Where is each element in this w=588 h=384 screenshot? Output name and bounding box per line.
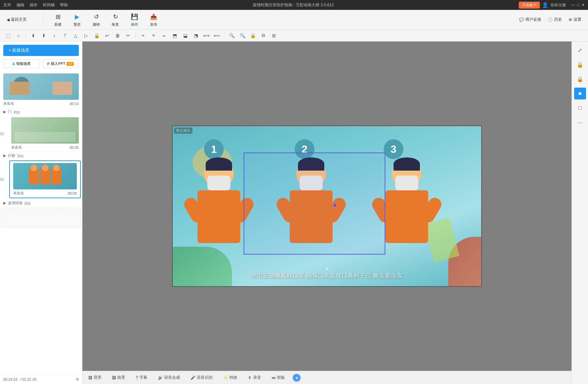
zoom-in-tool[interactable]: 🔍 bbox=[227, 31, 236, 40]
play-icon-3: ▶ bbox=[3, 201, 6, 205]
back-home-button[interactable]: ◀ 返回主页 bbox=[7, 17, 27, 22]
tts-icon: 🔊 bbox=[158, 375, 163, 380]
right-panel: ⤢ 🔒 🔒 ■ □ ⋯ bbox=[572, 41, 588, 384]
align-down-tool[interactable]: ⬇ bbox=[29, 31, 38, 40]
back-icon: ◀ bbox=[7, 17, 10, 22]
scene-item-1[interactable]: 未命名 00:10 bbox=[0, 71, 82, 108]
align-center-tool[interactable]: ⫩ bbox=[149, 31, 158, 40]
scene-transition-2: ▶ 行驶 1(s) bbox=[0, 152, 82, 159]
more-right-button[interactable]: ⋯ bbox=[574, 117, 586, 128]
figure-number-1: 1 bbox=[204, 139, 224, 159]
user-icon: 👤 bbox=[542, 2, 548, 8]
zoom-out-tool[interactable]: 🔍 bbox=[238, 31, 247, 40]
subtitle-button[interactable]: T 字幕 bbox=[133, 373, 150, 382]
home-tool[interactable]: ⌂ bbox=[14, 31, 23, 40]
menu-operate[interactable]: 操作 bbox=[30, 2, 38, 8]
align-bottom-tool[interactable]: ⬔ bbox=[191, 31, 200, 40]
white-button[interactable]: □ bbox=[574, 102, 586, 114]
record-button[interactable]: 🎙 录音 bbox=[245, 373, 264, 382]
app-title: 疫情时期日常防护指南 - 万彩动画大师 3.0.612 bbox=[253, 2, 334, 8]
scene-thumbnail-1 bbox=[3, 73, 79, 100]
feedback-icon: 💬 bbox=[519, 17, 524, 22]
copy-tool[interactable]: ⧉ bbox=[259, 31, 268, 40]
settings-button[interactable]: ⚙ 设置 bbox=[569, 17, 581, 22]
align-top-tool[interactable]: ⬒ bbox=[170, 31, 179, 40]
mode-toggle[interactable]: ● bbox=[293, 374, 301, 382]
current-time-display: 00:24.53 / 01:22.19 ⧉ bbox=[0, 374, 82, 384]
smart-scene-button[interactable]: A 智能场景 bbox=[3, 59, 40, 68]
scene-duration-2: 00:05 bbox=[70, 146, 79, 150]
align-tool4[interactable]: △ bbox=[71, 31, 80, 40]
chong-button[interactable]: ⏮ 崇版 bbox=[269, 373, 287, 382]
selection-handle[interactable] bbox=[334, 204, 336, 206]
fg-button[interactable]: 🖼 前景 bbox=[109, 373, 128, 382]
bg-button[interactable]: 🖼 背景 bbox=[86, 373, 104, 382]
menu-timeline[interactable]: 时间轴 bbox=[43, 2, 55, 8]
preview-icon: ▶ bbox=[73, 12, 82, 21]
undo-label: 撤销 bbox=[93, 22, 100, 27]
redo-button[interactable]: ↻ 恢复 bbox=[111, 12, 120, 27]
scene-number-2: 02 bbox=[0, 132, 8, 136]
feedback-button[interactable]: 💬 用户反馈 bbox=[519, 17, 541, 22]
lock-tool[interactable]: 🔒 bbox=[92, 31, 101, 40]
align-vcenter-tool[interactable]: ⬓ bbox=[181, 31, 190, 40]
main-layout: + 新建场景 A 智能场景 P 插入PPT VIP bbox=[0, 41, 588, 384]
tts-button[interactable]: 🔊 语音合成 bbox=[155, 373, 183, 382]
insert-ppt-button[interactable]: P 插入PPT VIP bbox=[43, 59, 79, 68]
lock-button-1[interactable]: 🔒 bbox=[574, 59, 586, 70]
align-left-tool[interactable]: ⫧ bbox=[138, 31, 148, 40]
back-label: 返回主页 bbox=[11, 17, 27, 22]
scene-meta-1: 未命名 00:10 bbox=[3, 101, 79, 106]
asr-button[interactable]: 🎤 语音识别 bbox=[188, 373, 215, 382]
align-tool3[interactable]: ⊤ bbox=[60, 31, 70, 40]
canvas-corner-label: 禁止镜头 bbox=[174, 127, 192, 134]
preview-button[interactable]: ▶ 预览 bbox=[73, 12, 82, 27]
canvas-subtitle: 外出正确佩戴好口罩 确保口罩盖住口鼻和下巴 鼻尖要压实 bbox=[251, 272, 403, 280]
align-tool2[interactable]: ↕ bbox=[50, 31, 59, 40]
lock2-tool[interactable]: 🔒 bbox=[248, 31, 257, 40]
chong-icon: ⏮ bbox=[272, 375, 276, 380]
rotate-tool[interactable]: ↩ bbox=[103, 31, 112, 40]
crop-tool[interactable]: ✂ bbox=[124, 31, 133, 40]
publish-label: 发布 bbox=[150, 22, 157, 27]
history-button[interactable]: 🕐 历史 bbox=[548, 17, 562, 22]
close-button[interactable]: ✕ bbox=[581, 3, 585, 7]
save-button[interactable]: 💾 保存 bbox=[130, 12, 139, 27]
login-button[interactable]: 登录/注册 bbox=[550, 3, 566, 8]
scene-duration-3: 00:09 bbox=[68, 191, 77, 195]
fullscreen-button[interactable]: ⤢ bbox=[574, 44, 586, 56]
color-button[interactable]: ■ bbox=[574, 88, 586, 99]
play-icon-1: ▶ bbox=[3, 110, 6, 114]
minimize-button[interactable]: — bbox=[571, 3, 575, 7]
new-label: 新建 bbox=[54, 22, 62, 27]
effects-button[interactable]: ✨ 特效 bbox=[220, 373, 240, 382]
scene-item-3[interactable]: 未命名 00:09 bbox=[9, 160, 81, 198]
undo-button[interactable]: ↺ 撤销 bbox=[92, 12, 101, 27]
align-right-tool[interactable]: ⫨ bbox=[160, 31, 169, 40]
new-scene-button[interactable]: + 新建场景 bbox=[3, 45, 79, 56]
menu-help[interactable]: 帮助 bbox=[60, 2, 68, 8]
figure-number-3: 3 bbox=[384, 139, 403, 159]
canvas-expand-arrow[interactable]: ▼ bbox=[325, 266, 329, 271]
scene-list: 未命名 00:10 ▶ 门 2(s) 02 bbox=[0, 71, 82, 374]
toolbar-right: 💬 用户反馈 🕐 历史 ⚙ 设置 bbox=[519, 17, 581, 22]
more-tool[interactable]: ⊞ bbox=[269, 31, 279, 40]
main-canvas[interactable]: 1 2 3 bbox=[172, 125, 482, 287]
dist-v-tool[interactable]: ⟸ bbox=[212, 31, 221, 40]
align-tool5[interactable]: ▷ bbox=[81, 31, 91, 40]
publish-icon: 📤 bbox=[149, 12, 158, 21]
upgrade-button[interactable]: 升级账户 bbox=[519, 2, 540, 9]
dist-h-tool[interactable]: ⟺ bbox=[202, 31, 211, 40]
scene-item-2[interactable]: 未命名 00:05 bbox=[8, 115, 82, 152]
menu-file[interactable]: 文件 bbox=[3, 2, 11, 8]
publish-button[interactable]: 📤 发布 bbox=[149, 12, 158, 27]
menu-edit[interactable]: 编辑 bbox=[16, 2, 24, 8]
canvas-area: 1 2 3 bbox=[82, 41, 572, 384]
delete-tool[interactable]: 🗑 bbox=[113, 31, 122, 40]
select-tool[interactable]: ⬚ bbox=[3, 31, 13, 40]
maximize-button[interactable]: □ bbox=[577, 3, 579, 7]
new-button[interactable]: ⊞ 新建 bbox=[53, 12, 63, 27]
left-panel: + 新建场景 A 智能场景 P 插入PPT VIP bbox=[0, 41, 82, 384]
align-up-tool[interactable]: ⬆ bbox=[39, 31, 48, 40]
lock-button-2[interactable]: 🔒 bbox=[574, 73, 586, 85]
